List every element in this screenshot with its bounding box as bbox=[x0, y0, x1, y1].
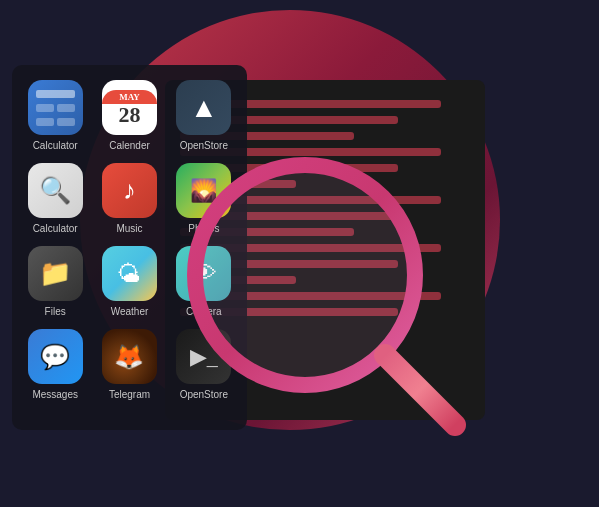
app-item-music[interactable]: ♪ Music bbox=[96, 163, 162, 234]
messages-icon: 💬 bbox=[28, 329, 83, 384]
app-item-calendar[interactable]: MAY 28 Calender bbox=[96, 80, 162, 151]
app-label-messages: Messages bbox=[32, 389, 78, 400]
calculator-icon bbox=[28, 80, 83, 135]
calendar-icon: MAY 28 bbox=[102, 80, 157, 135]
app-item-weather[interactable]: 🌤 Weather bbox=[96, 246, 162, 317]
app-label-calculator2: Calculator bbox=[33, 223, 78, 234]
calendar-date: 28 bbox=[118, 104, 140, 126]
magnifier bbox=[160, 130, 470, 440]
scene: Calculator MAY 28 Calender ▲ OpenStore 🔍… bbox=[0, 0, 599, 507]
telegram-icon: 🦊 bbox=[102, 329, 157, 384]
app-item-files[interactable]: 📁 Files bbox=[22, 246, 88, 317]
svg-line-1 bbox=[385, 355, 455, 425]
app-item-calculator[interactable]: Calculator bbox=[22, 80, 88, 151]
openstore-icon: ▲ bbox=[176, 80, 231, 135]
app-item-calculator2[interactable]: 🔍 Calculator bbox=[22, 163, 88, 234]
music-icon: ♪ bbox=[102, 163, 157, 218]
app-label-music: Music bbox=[116, 223, 142, 234]
app-item-telegram[interactable]: 🦊 Telegram bbox=[96, 329, 162, 400]
app-label-calculator: Calculator bbox=[33, 140, 78, 151]
app-label-weather: Weather bbox=[111, 306, 149, 317]
calculator2-icon: 🔍 bbox=[28, 163, 83, 218]
app-label-calendar: Calender bbox=[109, 140, 150, 151]
weather-icon: 🌤 bbox=[102, 246, 157, 301]
app-label-telegram: Telegram bbox=[109, 389, 150, 400]
app-item-messages[interactable]: 💬 Messages bbox=[22, 329, 88, 400]
app-label-files: Files bbox=[45, 306, 66, 317]
files-icon: 📁 bbox=[28, 246, 83, 301]
